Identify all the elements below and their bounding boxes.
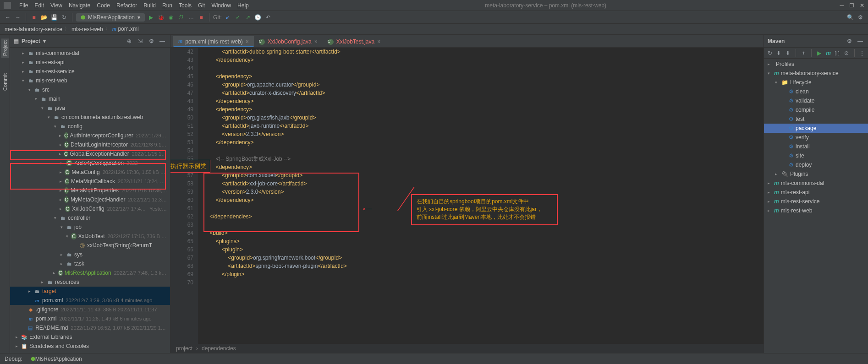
tree-row[interactable]: ▾🖿job — [10, 223, 170, 232]
expand-icon[interactable]: ▾ — [20, 78, 26, 83]
run-config-dropdown[interactable]: ⬢ MlsRestApplication ▾ — [76, 13, 145, 22]
tree-row[interactable]: ▸CXxlJobConfig2022/12/7 17:49, 1.94Yeste… — [10, 204, 170, 213]
expand-icon[interactable]: ▸ — [20, 51, 26, 55]
tree-row[interactable]: ▸🖿mls-rest-service — [10, 67, 170, 76]
maven-tree-row[interactable]: ▸mmls-rest-api — [764, 188, 868, 197]
expand-icon[interactable]: ▸ — [768, 190, 772, 195]
side-tab-project[interactable]: Project — [1, 38, 9, 58]
tree-row[interactable]: ▸CMyMetaObjectHandler2022/12/1 12:32, 1.… — [10, 195, 170, 204]
tree-row[interactable]: ▸CKnife4jConfiguration2022 — [10, 158, 170, 168]
maven-tree-row[interactable]: ▸🔌Plugins — [764, 169, 868, 179]
hide-icon[interactable]: — — [856, 37, 864, 45]
coverage-icon[interactable]: ◉ — [167, 13, 175, 22]
expand-icon[interactable]: ▸ — [39, 280, 45, 284]
tree-row[interactable]: ▾🖿mls-rest-web — [10, 76, 170, 85]
expand-icon[interactable]: ▾ — [46, 115, 51, 120]
maven-tree-row[interactable]: ⚙site — [764, 151, 868, 160]
tree-row[interactable]: ▸🖿target — [10, 287, 170, 296]
expand-icon[interactable]: ▸ — [768, 62, 772, 66]
menu-refactor[interactable]: Refactor — [114, 1, 140, 10]
maven-tree-row[interactable]: ▸Profiles — [764, 60, 868, 69]
maven-tree-row[interactable]: ▾📁Lifecycle — [764, 78, 868, 87]
git-rollback-icon[interactable]: ↶ — [264, 13, 272, 22]
menu-run[interactable]: Run — [159, 1, 175, 10]
expand-icon[interactable]: ▸ — [59, 179, 63, 184]
expand-icon[interactable]: ▾ — [27, 87, 32, 92]
expand-icon[interactable]: ▸ — [52, 271, 56, 275]
maven-tree-row[interactable]: ⚙compile — [764, 105, 868, 114]
tree-row[interactable]: ▸📚External Libraries — [10, 332, 170, 342]
chevron-down-icon[interactable]: ▾ — [43, 38, 46, 44]
expand-icon[interactable]: ▸ — [59, 206, 63, 211]
expand-icon[interactable]: ▸ — [768, 199, 772, 204]
expand-icon[interactable]: ▸ — [775, 172, 780, 176]
maven-tree-row[interactable]: ⚙deploy — [764, 160, 868, 169]
expand-icon[interactable]: ▾ — [52, 124, 58, 129]
tree-row[interactable]: ▸CMetaMqttProperties2022/11/18 10:39, 36… — [10, 186, 170, 195]
menu-window[interactable]: Window — [209, 1, 234, 10]
maven-tree-row[interactable]: ⚙install — [764, 142, 868, 151]
expand-icon[interactable]: ▾ — [59, 225, 64, 229]
debug-icon[interactable]: 🐞 — [157, 13, 165, 22]
expand-icon[interactable]: ▸ — [59, 152, 62, 156]
tree-row[interactable]: ▸📋Scratches and Consoles — [10, 342, 170, 351]
tree-row[interactable]: ▸🖿task — [10, 259, 170, 268]
open-icon[interactable]: 📂 — [40, 13, 48, 22]
menu-file[interactable]: File — [16, 1, 31, 10]
maven-tree-row[interactable]: ⚙package — [764, 124, 868, 133]
settings-icon[interactable]: ⚙ — [856, 13, 864, 22]
menu-git[interactable]: Git — [195, 1, 208, 10]
tree-row[interactable]: mpom.xml2022/12/7 8:29, 3.06 kB 4 minute… — [10, 296, 170, 305]
tree-row[interactable]: ▾🖿main — [10, 94, 170, 103]
git-update-icon[interactable]: ↙ — [224, 13, 232, 22]
download-icon[interactable]: ⬇ — [785, 49, 791, 57]
tree-row[interactable]: ▤README.md2022/11/29 16:52, 1.07 kB 2022… — [10, 323, 170, 332]
target-icon[interactable]: ⊕ — [125, 37, 133, 45]
tree-row[interactable]: ▸🖿sys — [10, 250, 170, 259]
toggle-icon[interactable]: ⫿⫿ — [834, 49, 841, 57]
git-push-icon[interactable]: ↗ — [244, 13, 252, 22]
code[interactable]: <artifactId>dubbo-spring-boot-starter</a… — [198, 48, 764, 344]
editor-tab[interactable]: m pom.xml (mls-rest-web) × — [173, 36, 254, 47]
expand-icon[interactable]: ▸ — [59, 188, 62, 193]
tree-row[interactable]: ▾🖿config — [10, 122, 170, 131]
run-icon[interactable]: ▶ — [816, 49, 823, 57]
expand-icon[interactable]: ▸ — [768, 208, 772, 213]
expand-icon[interactable]: ▸ — [59, 161, 64, 165]
maven-tree-row[interactable]: ⚙validate — [764, 96, 868, 105]
close-icon[interactable]: ✕ — [860, 2, 864, 9]
expand-icon[interactable]: ▾ — [768, 71, 772, 76]
tree-row[interactable]: ▸CMlsRestApplication2022/12/7 7:48, 1.3 … — [10, 268, 170, 277]
menu-edit[interactable]: Edit — [32, 1, 47, 10]
expand-icon[interactable]: ▸ — [59, 133, 62, 138]
maven-tree-row[interactable]: ⚙test — [764, 114, 868, 124]
expand-icon[interactable]: ▸ — [59, 197, 62, 202]
tree-row[interactable]: ▾🖿java — [10, 103, 170, 113]
maximize-icon[interactable]: ☐ — [849, 2, 854, 9]
expand-icon[interactable]: ▸ — [59, 252, 64, 257]
maven-tree-row[interactable]: ▾mmeta-laboratory-service — [764, 69, 868, 78]
git-history-icon[interactable]: 🕓 — [254, 13, 262, 22]
editor-breadcrumb-item[interactable]: project — [176, 345, 192, 352]
expand-icon[interactable]: ▸ — [20, 69, 26, 74]
expand-icon[interactable]: ▸ — [14, 344, 19, 348]
editor-breadcrumb-item[interactable]: dependencies — [202, 345, 236, 352]
search-icon[interactable]: 🔍 — [846, 13, 854, 22]
tree-row[interactable]: ▸🖿mls-commons-dal — [10, 49, 170, 58]
tree-row[interactable]: ▾🖿cn.com.biometa.aiot.mls.rest.web — [10, 113, 170, 122]
expand-icon[interactable]: ▸ — [59, 142, 62, 147]
breadcrumb-item[interactable]: meta-laboratory-service — [5, 26, 62, 33]
save-icon[interactable]: 💾 — [50, 13, 58, 22]
minimize-icon[interactable]: ─ — [840, 2, 844, 9]
menu-tools[interactable]: Tools — [176, 1, 194, 10]
bottom-tab-app-label[interactable]: MlsRestApplication — [35, 356, 82, 362]
expand-icon[interactable]: ▸ — [59, 261, 64, 266]
menu-help[interactable]: Help — [235, 1, 252, 10]
tree-row[interactable]: mpom.xml2022/11/17 11:26, 1.49 kB 6 minu… — [10, 314, 170, 323]
stop-icon[interactable]: ■ — [30, 13, 38, 22]
bottom-tab-debug[interactable]: Debug: — [5, 356, 22, 362]
git-commit-icon[interactable]: ✓ — [234, 13, 242, 22]
tree-row[interactable]: ▸CDefaultLoginInterceptor2022/12/3 9:17,… — [10, 140, 170, 149]
stop-run-icon[interactable]: ■ — [197, 13, 205, 22]
execute-icon[interactable]: m — [825, 49, 832, 57]
